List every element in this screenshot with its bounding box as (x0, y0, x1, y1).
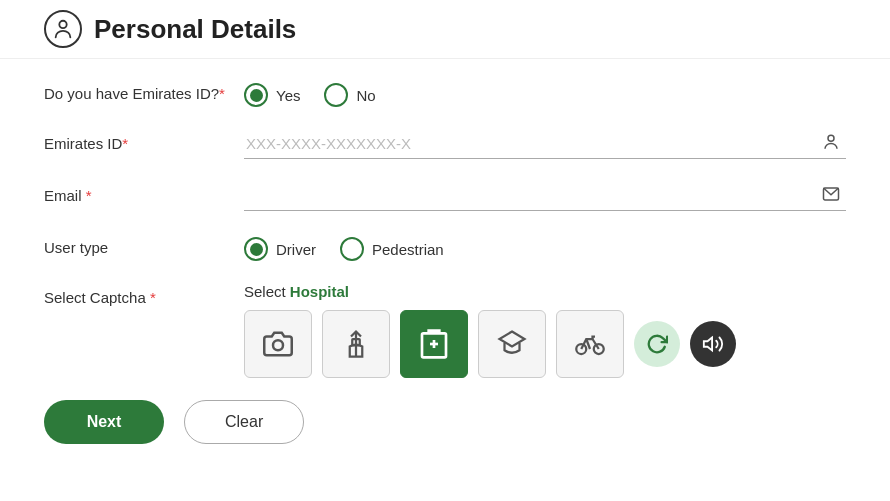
user-type-pedestrian-radio[interactable] (340, 237, 364, 261)
required-marker: * (122, 135, 128, 152)
captcha-camera-option[interactable] (244, 310, 312, 378)
emirates-id-radio-group: Yes No (244, 79, 846, 107)
emirates-id-field-row: Emirates ID* (44, 129, 846, 159)
clear-button[interactable]: Clear (184, 400, 304, 444)
button-row: Next Clear (44, 400, 846, 444)
user-type-pedestrian-label: Pedestrian (372, 241, 444, 258)
emirates-id-no-option[interactable]: No (324, 83, 375, 107)
user-type-label: User type (44, 233, 244, 256)
emirates-id-field-label: Emirates ID* (44, 129, 244, 152)
required-marker: * (150, 289, 156, 306)
page-header: Personal Details (0, 0, 890, 59)
emirates-id-input[interactable] (244, 129, 846, 159)
captcha-sound-button[interactable] (690, 321, 736, 367)
captcha-control: Select Hospital (244, 283, 846, 378)
user-type-driver-label: Driver (276, 241, 316, 258)
user-type-pedestrian-option[interactable]: Pedestrian (340, 237, 444, 261)
captcha-label: Select Captcha * (44, 283, 244, 306)
page-title: Personal Details (94, 14, 296, 45)
person-icon (44, 10, 82, 48)
user-type-radio-group: Driver Pedestrian (244, 233, 846, 261)
captcha-bicycle-option[interactable] (556, 310, 624, 378)
person-input-icon (822, 133, 840, 155)
captcha-prompt: Select Hospital (244, 283, 846, 300)
required-marker: * (219, 85, 225, 102)
user-type-row: User type Driver Pedestrian (44, 233, 846, 261)
next-button[interactable]: Next (44, 400, 164, 444)
svg-point-1 (828, 135, 834, 141)
captcha-building-option[interactable] (322, 310, 390, 378)
email-icon (822, 185, 840, 207)
emirates-id-yes-radio[interactable] (244, 83, 268, 107)
captcha-refresh-button[interactable] (634, 321, 680, 367)
emirates-id-no-radio[interactable] (324, 83, 348, 107)
emirates-id-yes-option[interactable]: Yes (244, 83, 300, 107)
svg-marker-11 (704, 338, 712, 351)
captcha-icons-group (244, 310, 846, 378)
email-input-wrapper (244, 181, 846, 211)
captcha-row: Select Captcha * Select Hospital (44, 283, 846, 378)
email-input[interactable] (244, 181, 846, 211)
email-field-label: Email * (44, 181, 244, 204)
svg-marker-8 (500, 332, 525, 347)
emirates-id-question-label: Do you have Emirates ID?* (44, 79, 244, 102)
required-marker: * (86, 187, 92, 204)
emirates-id-no-label: No (356, 87, 375, 104)
captcha-target-word: Hospital (290, 283, 349, 300)
captcha-hospital-option[interactable] (400, 310, 468, 378)
emirates-id-input-wrapper (244, 129, 846, 159)
user-type-driver-radio[interactable] (244, 237, 268, 261)
captcha-graduation-option[interactable] (478, 310, 546, 378)
svg-point-0 (59, 21, 66, 28)
form-body: Do you have Emirates ID?* Yes No Emirate… (0, 59, 890, 464)
emirates-id-yes-label: Yes (276, 87, 300, 104)
user-type-driver-option[interactable]: Driver (244, 237, 316, 261)
emirates-id-question-row: Do you have Emirates ID?* Yes No (44, 79, 846, 107)
svg-point-3 (273, 340, 283, 350)
email-field-row: Email * (44, 181, 846, 211)
